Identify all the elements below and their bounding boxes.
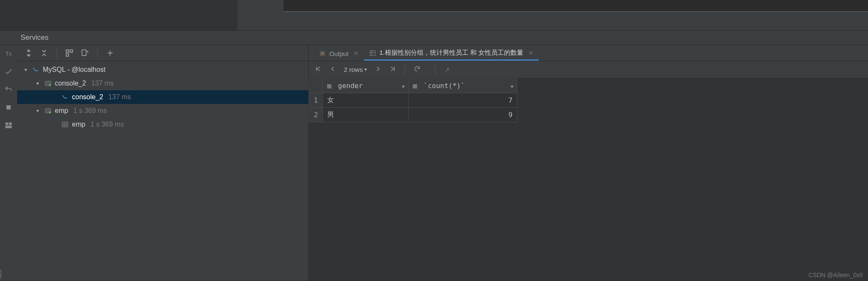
pin-icon[interactable] [444,65,451,74]
panel-title: Services [0,31,868,45]
group-icon[interactable] [64,47,75,59]
column-icon: ▦ [413,82,417,90]
undo-icon[interactable] [3,84,15,95]
svg-rect-3 [6,126,12,128]
check-icon[interactable] [3,66,15,77]
tree-item-time: 137 ms [108,93,131,101]
tree-emp-child[interactable]: emp 1 s 369 ms [17,118,308,131]
chevron-down-icon: ▾ [34,108,41,114]
tree-emp-group[interactable]: ▾ emp 1 s 369 ms [17,104,308,118]
add-icon[interactable] [104,47,116,59]
tree-item-label: emp [55,107,68,115]
grid-toolbar: 2 rows ▾ [309,61,868,78]
svg-point-17 [49,112,51,114]
tree-item-label: console_2 [72,93,103,101]
tree-item-label: emp [72,121,85,128]
svg-rect-9 [82,50,86,55]
console-icon [44,106,52,115]
tab-label: Output [329,50,349,57]
tab-query-result[interactable]: 1.根据性别分组，统计男性员工 和 女性员工的数量 ✕ [364,46,539,61]
layout-icon[interactable] [3,120,15,130]
col-gender-header[interactable]: ▦ gender ◆ [323,79,409,93]
svg-rect-0 [6,105,11,109]
svg-rect-7 [70,50,73,52]
cell-gender[interactable]: 女 [323,93,409,108]
console-icon [44,79,52,88]
watermark: CSDN @Aileen_0v0 [808,272,863,278]
sort-icon[interactable]: ◆ [402,83,405,89]
rownum-header [309,79,323,93]
result-grid: ▦ gender ◆ ▦ `count(*)` ◆ 1 [309,78,868,281]
expand-all-icon[interactable] [23,47,34,59]
svg-rect-6 [66,50,69,52]
chevron-down-icon: ▾ [22,67,29,73]
tree-console-group[interactable]: ▾ console_2 137 ms [17,77,308,90]
tx-button[interactable]: Tx [3,48,15,59]
svg-point-15 [49,84,51,86]
tree-item-time: 137 ms [91,80,113,87]
svg-rect-18 [62,122,68,127]
reload-icon[interactable] [414,65,421,74]
last-page-icon[interactable] [389,65,396,74]
cell-count[interactable]: 7 [409,93,517,108]
cell-gender[interactable]: 男 [323,108,409,122]
chevron-down-icon: ▾ [364,67,367,72]
table-row[interactable]: 2 男 9 [309,108,517,122]
tree-root-mysql[interactable]: ▾ MySQL - @localhost [17,63,308,77]
rownum-cell: 1 [309,93,323,108]
rows-label: 2 rows [344,66,363,73]
col-count-header[interactable]: ▦ `count(*)` ◆ [409,79,517,93]
col-label: gender [338,82,363,90]
result-tabs: Output ✕ 1.根据性别分组，统计男性员工 和 女性员工的数量 ✕ [309,45,868,61]
services-tree: ▾ MySQL - @localhost ▾ console_2 137 ms [17,61,308,281]
datasource-icon [32,65,40,74]
next-page-icon[interactable] [375,65,382,74]
sort-icon[interactable]: ◆ [510,83,513,89]
stop-icon[interactable] [3,102,15,112]
svg-rect-24 [370,50,375,55]
column-icon: ▦ [327,82,331,90]
query-icon [61,93,69,101]
sidebar-vertical-label: ites [0,270,3,278]
svg-rect-23 [320,51,325,56]
svg-rect-1 [6,122,9,125]
tree-item-time: 1 s 369 ms [90,121,124,128]
col-label: `count(*)` [424,82,465,90]
prev-page-icon[interactable] [329,65,336,74]
first-page-icon[interactable] [315,65,322,74]
left-gutter: Tx [0,45,17,281]
chevron-down-icon: ▾ [34,80,41,86]
table-row[interactable]: 1 女 7 [309,93,517,108]
tab-label: 1.根据性别分组，统计男性员工 和 女性员工的数量 [379,49,523,57]
rownum-cell: 2 [309,108,323,122]
table-icon [61,120,69,129]
close-icon[interactable]: ✕ [528,50,534,56]
cell-count[interactable]: 9 [409,108,517,122]
tree-root-label: MySQL - @localhost [43,66,105,74]
tree-item-label: console_2 [55,80,86,87]
svg-rect-2 [9,122,12,125]
filter-icon[interactable] [79,47,90,59]
rows-count[interactable]: 2 rows ▾ [344,66,367,73]
collapse-all-icon[interactable] [39,47,50,59]
tab-output[interactable]: Output ✕ [314,46,364,61]
close-icon[interactable]: ✕ [354,50,359,57]
tree-console-child[interactable]: console_2 137 ms [17,90,308,104]
tree-item-time: 1 s 369 ms [73,107,107,115]
tree-toolbar [17,45,308,61]
svg-rect-8 [66,53,69,56]
